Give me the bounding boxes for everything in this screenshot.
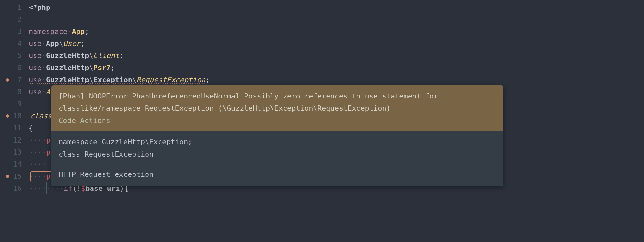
namespace-part: GuzzleHttp: [46, 74, 89, 86]
gutter-row[interactable]: 8: [0, 86, 29, 98]
gutter-row[interactable]: 6: [0, 62, 29, 74]
code-line[interactable]: <?php: [29, 1, 644, 13]
code-line[interactable]: use·GuzzleHttp\Exception\RequestExceptio…: [29, 74, 644, 86]
line-number: 12: [13, 134, 22, 146]
whitespace-dot: ·: [42, 86, 46, 98]
code-line[interactable]: use·App\User;: [29, 38, 644, 50]
visibility-partial: p: [46, 146, 50, 158]
line-number: 7: [17, 74, 21, 86]
whitespace-dot: ·: [42, 50, 46, 62]
namespace-part: Exception: [93, 74, 132, 86]
lint-marker-icon[interactable]: [6, 114, 9, 118]
keyword-use: use: [29, 38, 42, 50]
gutter-row[interactable]: 7: [0, 74, 29, 86]
code-line[interactable]: [29, 13, 644, 25]
semicolon: ;: [85, 25, 89, 38]
gutter-row[interactable]: 16: [0, 182, 29, 194]
whitespace-dots: ····: [29, 182, 46, 194]
gutter-row[interactable]: 4: [0, 38, 29, 50]
namespace-separator: \: [132, 74, 136, 86]
whitespace-dots: ····: [29, 134, 46, 146]
gutter: 1 2 3 4 5 6 7 8 9 10 11 12 13 14 15 16: [0, 0, 29, 194]
tooltip-warning-text: [Phan] NOOPError PhanUnreferencedUseNorm…: [59, 92, 438, 112]
keyword-namespace: namespace: [29, 25, 67, 38]
visibility-partial: p: [46, 134, 50, 146]
class-name: Client: [93, 50, 119, 62]
lint-marker-icon[interactable]: [6, 78, 9, 82]
whitespace-dot: ·: [42, 62, 46, 74]
namespace-part: GuzzleHttp: [46, 62, 89, 74]
semicolon: ;: [119, 50, 123, 62]
lint-marker-icon[interactable]: [6, 175, 9, 178]
line-number: 1: [17, 1, 21, 13]
code-line[interactable]: namespace·App;: [29, 25, 644, 38]
line-number: 11: [13, 122, 22, 134]
code-line[interactable]: use·GuzzleHttp\Psr7;: [29, 62, 644, 74]
semicolon: ;: [111, 62, 115, 74]
tooltip-signature-section: namespace GuzzleHttp\Exception; class Re…: [51, 131, 503, 165]
brace-open: {: [29, 122, 33, 134]
tooltip-warning-section: [Phan] NOOPError PhanUnreferencedUseNorm…: [51, 85, 503, 131]
gutter-row[interactable]: 3: [0, 25, 29, 38]
line-number: 4: [17, 38, 21, 50]
whitespace-dot: ·: [67, 25, 72, 38]
keyword-use: use: [29, 62, 42, 74]
line-number: 10: [13, 110, 22, 122]
gutter-row[interactable]: 15: [0, 170, 29, 182]
class-keyword-boxed: class: [29, 110, 53, 122]
line-number: 5: [17, 50, 21, 62]
semicolon: ;: [80, 38, 85, 50]
tooltip-doc-section: HTTP Request exception: [51, 165, 503, 186]
keyword-use: use: [29, 86, 42, 98]
code-line[interactable]: use·GuzzleHttp\Client;: [29, 50, 644, 62]
namespace-separator: \: [89, 74, 93, 86]
namespace-part: GuzzleHttp: [46, 50, 89, 62]
gutter-row[interactable]: 9: [0, 98, 29, 110]
namespace-separator: \: [89, 62, 93, 74]
class-name: Psr7: [93, 62, 111, 74]
tooltip-sig-line: class RequestException: [59, 150, 153, 158]
line-number: 15: [13, 170, 22, 182]
namespace-part: App: [46, 38, 59, 50]
code-actions-link[interactable]: Code Actions: [59, 116, 110, 125]
whitespace-dots: ····: [29, 158, 46, 170]
line-number: 8: [17, 86, 21, 98]
gutter-row[interactable]: 11: [0, 122, 29, 134]
whitespace-dot: ·: [42, 74, 46, 86]
line-number: 13: [13, 146, 22, 158]
keyword-use: use: [29, 50, 42, 62]
class-name: User: [63, 38, 80, 50]
line-number: 2: [17, 13, 21, 25]
gutter-row[interactable]: 14: [0, 158, 29, 170]
namespace-name: App: [72, 25, 85, 38]
keyword-use: use: [29, 74, 42, 86]
gutter-row[interactable]: 5: [0, 50, 29, 62]
partial-text: A: [46, 86, 50, 98]
whitespace-dots: ····: [29, 170, 46, 182]
line-number: 9: [17, 98, 21, 110]
tooltip-doc-text: HTTP Request exception: [59, 170, 153, 178]
namespace-separator: \: [59, 38, 63, 50]
class-name: RequestException: [136, 74, 205, 86]
tooltip-sig-line: namespace GuzzleHttp\Exception;: [59, 138, 192, 146]
gutter-row[interactable]: 13: [0, 146, 29, 158]
hover-tooltip: [Phan] NOOPError PhanUnreferencedUseNorm…: [51, 85, 503, 186]
line-number: 16: [13, 182, 22, 194]
whitespace-dots: ····: [29, 146, 46, 158]
line-number: 3: [17, 25, 21, 38]
php-open-tag: <?php: [29, 1, 50, 13]
whitespace-dot: ·: [42, 38, 46, 50]
line-number: 14: [13, 158, 22, 170]
gutter-row[interactable]: 1: [0, 1, 29, 13]
namespace-separator: \: [89, 50, 93, 62]
semicolon: ;: [205, 74, 210, 86]
gutter-row[interactable]: 12: [0, 134, 29, 146]
line-number: 6: [17, 62, 21, 74]
gutter-row[interactable]: 10: [0, 110, 29, 122]
gutter-row[interactable]: 2: [0, 13, 29, 25]
